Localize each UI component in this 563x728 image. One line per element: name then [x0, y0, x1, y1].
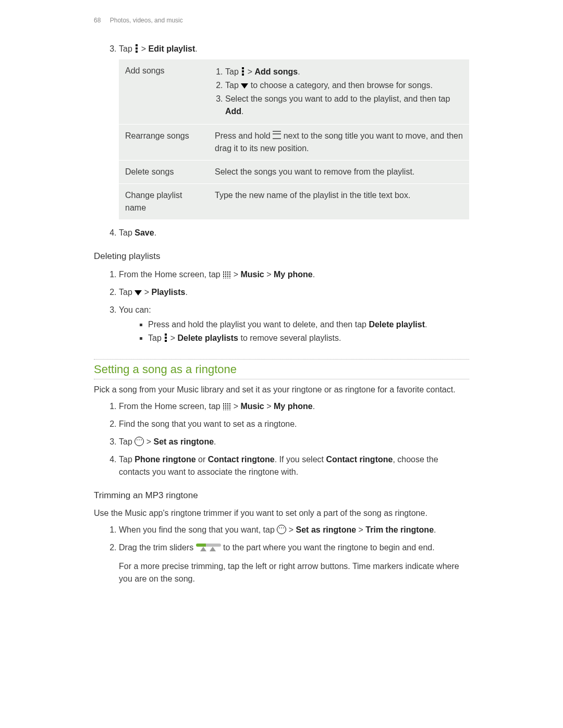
ringtone-steps: From the Home screen, tap > Music > My p…: [94, 400, 469, 478]
apps-grid-icon: [223, 271, 231, 278]
playlist-actions-table: Add songs Tap > Add songs. Tap to choose…: [119, 59, 469, 219]
step-3: Tap > Edit playlist. Add songs Tap > Add…: [119, 43, 469, 219]
row-label: Delete songs: [119, 161, 209, 184]
apps-grid-icon: [223, 403, 231, 410]
context-menu-icon: [134, 437, 144, 446]
overflow-menu-icon: [241, 67, 245, 76]
row-label: Add songs: [119, 59, 209, 125]
table-row: Rearrange songs Press and hold next to t…: [119, 125, 469, 161]
subheading-deleting: Deleting playlists: [94, 250, 469, 263]
table-row: Change playlist name Type the new name o…: [119, 184, 469, 220]
dropdown-arrow-icon: [134, 290, 142, 295]
subheading-trimming: Trimming an MP3 ringtone: [94, 489, 469, 502]
overflow-menu-icon: [164, 334, 168, 342]
table-row: Add songs Tap > Add songs. Tap to choose…: [119, 59, 469, 125]
dropdown-arrow-icon: [241, 83, 248, 89]
trim-slider-icon: [196, 544, 221, 552]
page-header: 68 Photos, videos, and music: [94, 16, 469, 25]
drag-handle-icon: [273, 131, 281, 139]
row-label: Change playlist name: [119, 184, 209, 220]
section-heading-ringtone: Setting a song as a ringtone: [94, 359, 469, 379]
page-number: 68: [94, 17, 101, 24]
context-menu-icon: [277, 525, 286, 534]
deleting-steps: From the Home screen, tap > Music > My p…: [94, 268, 469, 344]
step-4: Tap Save.: [119, 227, 469, 239]
row-label: Rearrange songs: [119, 125, 209, 161]
ringtone-intro: Pick a song from your Music library and …: [94, 384, 469, 396]
header-section: Photos, videos, and music: [110, 17, 183, 24]
trim-intro: Use the Music app's ringtone trimmer if …: [94, 507, 469, 520]
continued-steps: Tap > Edit playlist. Add songs Tap > Add…: [94, 43, 469, 239]
overflow-menu-icon: [134, 44, 139, 53]
trim-steps: When you find the song that you want, ta…: [94, 524, 469, 585]
table-row: Delete songs Select the songs you want t…: [119, 161, 469, 184]
